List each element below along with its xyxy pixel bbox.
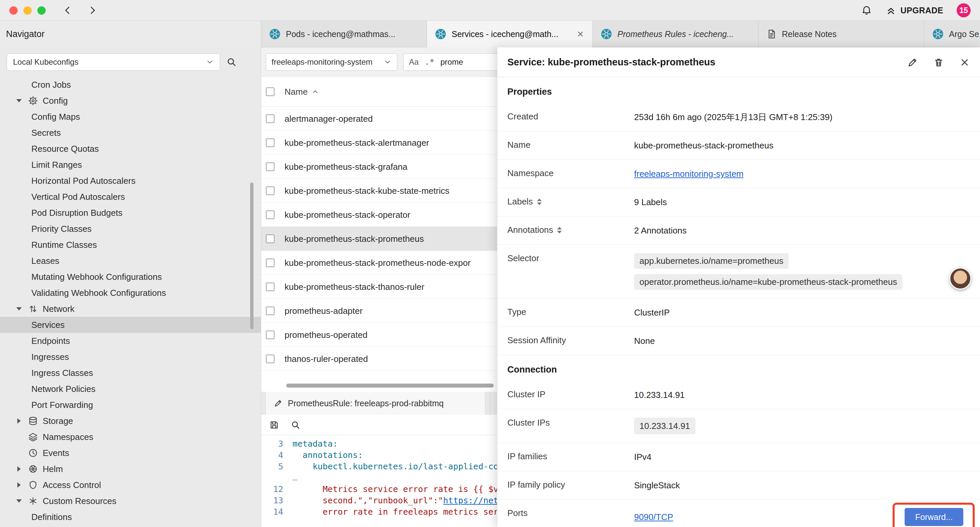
notification-count-badge[interactable]: 15 — [957, 3, 970, 18]
sidebar-item-pod-disruption-budgets[interactable]: Pod Disruption Budgets — [0, 205, 261, 221]
sidebar-item-access-control[interactable]: Access Control — [0, 477, 261, 493]
minimize-window-button[interactable] — [23, 6, 32, 15]
detail-row-ip-families: IP families IPv4 — [497, 443, 980, 471]
namespace-link[interactable]: freeleaps-monitoring-system — [634, 169, 743, 179]
expand-collapse-icon[interactable] — [537, 199, 542, 205]
row-checkbox[interactable] — [266, 331, 275, 339]
sidebar-item-limit-ranges[interactable]: Limit Ranges — [0, 157, 261, 173]
forward-button[interactable] — [87, 5, 98, 16]
regex-toggle[interactable]: .* — [425, 57, 434, 67]
row-checkbox[interactable] — [266, 355, 275, 363]
folded-region-marker[interactable]: … — [293, 473, 298, 482]
sidebar-item-custom-resources[interactable]: Custom Resources — [0, 493, 261, 509]
tab-release-notes[interactable]: Release Notes — [759, 21, 924, 47]
sidebar-item-config-maps[interactable]: Config Maps — [0, 109, 261, 125]
upgrade-label: UPGRADE — [900, 6, 943, 15]
zoom-window-button[interactable] — [37, 6, 46, 15]
sidebar-item-ingress-classes[interactable]: Ingress Classes — [0, 365, 261, 381]
sidebar-item-mutating-webhook-configurations[interactable]: Mutating Webhook Configurations — [0, 269, 261, 285]
tab-prometheus-rules[interactable]: Prometheus Rules - icecheng... — [593, 21, 759, 47]
upgrade-button[interactable]: UPGRADE — [886, 5, 943, 16]
shield-icon — [28, 480, 38, 490]
row-checkbox[interactable] — [266, 210, 275, 219]
pencil-icon — [274, 399, 283, 408]
sidebar-item-definitions[interactable]: Definitions — [0, 509, 261, 525]
sidebar-item-endpoints[interactable]: Endpoints — [0, 333, 261, 349]
row-checkbox[interactable] — [266, 115, 275, 123]
kubernetes-wheel-icon — [932, 29, 943, 40]
forward-button[interactable]: Forward... — [905, 508, 963, 526]
chevron-right-icon — [15, 418, 23, 424]
row-checkbox[interactable] — [266, 139, 275, 147]
detail-row-cluster-ips: Cluster IPs 10.233.14.91 — [497, 409, 980, 443]
back-button[interactable] — [62, 5, 73, 16]
sidebar-search-icon[interactable] — [226, 57, 237, 67]
chevron-right-icon — [15, 466, 23, 471]
name-column-header[interactable]: Name — [285, 87, 319, 97]
sidebar-item-port-forwarding[interactable]: Port Forwarding — [0, 397, 261, 413]
kubernetes-wheel-icon — [601, 29, 612, 40]
sidebar-item-resource-quotas[interactable]: Resource Quotas — [0, 141, 261, 157]
sidebar-item-runtime-classes[interactable]: Runtime Classes — [0, 237, 261, 253]
kubeconfig-selector[interactable]: Local Kubeconfigs — [7, 53, 220, 71]
url-token[interactable]: https://net — [443, 496, 499, 505]
row-checkbox[interactable] — [266, 258, 275, 267]
tab-services[interactable]: Services - icecheng@math... — [427, 21, 593, 47]
network-icon — [28, 304, 38, 314]
close-window-button[interactable] — [10, 6, 18, 15]
user-avatar[interactable] — [949, 267, 971, 290]
tab-label: Services - icecheng@math... — [452, 29, 571, 39]
sidebar-item-storage[interactable]: Storage — [0, 413, 261, 429]
dock-tab-prometheusrule[interactable]: PrometheusRule: freeleaps-prod-rabbitmq — [266, 392, 485, 415]
sidebar-item-leases[interactable]: Leases — [0, 253, 261, 269]
sidebar-item-network[interactable]: Network — [0, 301, 261, 317]
row-checkbox[interactable] — [266, 282, 275, 291]
sidebar-item-vertical-pod-autoscalers[interactable]: Vertical Pod Autoscalers — [0, 189, 261, 205]
port-link[interactable]: 9090/TCP — [634, 512, 673, 522]
row-checkbox[interactable] — [266, 307, 275, 315]
select-all-checkbox[interactable] — [266, 88, 275, 96]
sidebar-item-ingresses[interactable]: Ingresses — [0, 349, 261, 365]
sidebar-item-services[interactable]: Services — [0, 317, 261, 333]
tab-strip: Navigator Pods - icecheng@mathmas... Ser… — [0, 21, 980, 47]
sidebar-item-network-policies[interactable]: Network Policies — [0, 381, 261, 397]
chevron-down-icon — [383, 58, 391, 66]
sidebar-item-priority-classes[interactable]: Priority Classes — [0, 221, 261, 237]
close-drawer-icon[interactable] — [959, 57, 970, 68]
chevron-down-icon — [15, 499, 23, 503]
expand-collapse-icon[interactable] — [557, 227, 562, 234]
horizontal-scrollbar[interactable] — [286, 384, 494, 388]
detail-row-ip-family-policy: IP family policy SingleStack — [497, 471, 980, 500]
tab-pods[interactable]: Pods - icecheng@mathmas... — [261, 21, 427, 47]
editor-search-icon[interactable] — [291, 420, 301, 430]
sidebar-item-validating-webhook-configurations[interactable]: Validating Webhook Configurations — [0, 285, 261, 301]
sidebar-item-secrets[interactable]: Secrets — [0, 125, 261, 141]
save-icon[interactable] — [269, 420, 279, 430]
row-checkbox[interactable] — [266, 162, 275, 171]
sidebar-item-horizontal-pod-autoscalers[interactable]: Horizontal Pod Autoscalers — [0, 173, 261, 189]
match-case-toggle[interactable]: Aa — [409, 57, 418, 67]
edit-icon[interactable] — [907, 57, 918, 68]
notifications-bell-icon[interactable] — [861, 5, 872, 16]
chevron-down-icon — [15, 99, 23, 102]
namespace-filter-select[interactable]: freeleaps-monitoring-system — [266, 53, 397, 71]
selector-badge: app.kubernetes.io/name=prometheus — [634, 253, 789, 269]
search-query-text: prome — [440, 57, 463, 67]
delete-icon[interactable] — [933, 57, 944, 68]
port-line: 9090/TCP Forward... — [634, 508, 963, 526]
sidebar-item-namespaces[interactable]: Namespaces — [0, 429, 261, 445]
sidebar-item-cron-jobs[interactable]: Cron Jobs — [0, 77, 261, 93]
row-checkbox[interactable] — [266, 186, 275, 195]
tab-label: Prometheus Rules - icecheng... — [617, 29, 750, 39]
asterisk-icon — [28, 496, 38, 506]
sidebar-item-helm[interactable]: Helm — [0, 461, 261, 477]
sidebar-item-config[interactable]: Config — [0, 93, 261, 109]
sidebar-item-events[interactable]: Events — [0, 445, 261, 461]
tab-label: Release Notes — [782, 29, 916, 39]
sidebar-scrollbar[interactable] — [250, 182, 253, 329]
double-chevron-up-icon — [886, 5, 896, 16]
tab-argo[interactable]: Argo Se — [924, 21, 980, 47]
detail-row-namespace: Namespace freeleaps-monitoring-system — [497, 160, 980, 188]
row-checkbox[interactable] — [266, 234, 275, 243]
close-tab-icon[interactable] — [576, 30, 584, 38]
